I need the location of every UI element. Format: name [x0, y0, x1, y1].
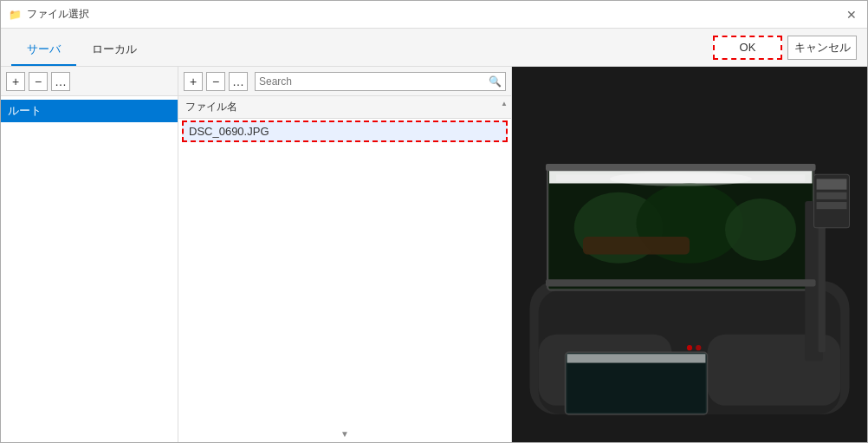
middle-remove-button[interactable]: − — [206, 72, 225, 91]
window-title: ファイル選択 — [27, 7, 89, 22]
svg-rect-25 — [817, 202, 847, 209]
titlebar-left: 📁 ファイル選択 — [8, 7, 89, 22]
svg-rect-15 — [567, 354, 706, 362]
tree-area: ルート — [1, 96, 178, 442]
svg-rect-21 — [546, 164, 816, 171]
svg-rect-20 — [546, 279, 816, 286]
file-list-header: ファイル名 ▲ — [178, 96, 511, 119]
left-panel: + − … ルート — [1, 67, 178, 442]
tab-local[interactable]: ローカル — [76, 36, 152, 66]
ok-button[interactable]: OK — [713, 36, 782, 60]
svg-point-26 — [610, 172, 752, 186]
file-select-dialog: 📁 ファイル選択 ✕ サーバ ローカル OK キャンセル + − … ルート — [0, 0, 868, 443]
middle-panel: + − … 🔍 ファイル名 ▲ DSC_0690.JPG ▼ — [178, 67, 512, 442]
middle-panel-toolbar: + − … 🔍 — [178, 67, 511, 96]
left-more-button[interactable]: … — [51, 72, 70, 91]
window-icon: 📁 — [8, 8, 22, 22]
tree-item-root[interactable]: ルート — [1, 100, 178, 122]
search-icon: 🔍 — [489, 75, 502, 88]
preview-image — [512, 67, 867, 442]
svg-rect-12 — [583, 237, 690, 255]
search-input[interactable] — [259, 75, 489, 88]
svg-point-19 — [696, 345, 701, 350]
left-remove-button[interactable]: − — [29, 72, 48, 91]
scroll-bottom-indicator: ▼ — [340, 429, 349, 439]
left-add-button[interactable]: + — [6, 72, 25, 91]
preview-panel — [512, 67, 867, 442]
titlebar: 📁 ファイル選択 ✕ — [1, 1, 867, 29]
cancel-button[interactable]: キャンセル — [787, 36, 857, 60]
svg-rect-17 — [819, 210, 826, 352]
svg-rect-23 — [817, 179, 847, 189]
svg-point-18 — [687, 345, 692, 350]
middle-add-button[interactable]: + — [184, 72, 203, 91]
dialog-buttons: OK キャンセル — [713, 36, 857, 60]
top-toolbar: サーバ ローカル OK キャンセル — [1, 29, 867, 67]
main-content: + − … ルート + − … 🔍 ファイル名 ▲ — [1, 67, 867, 442]
middle-more-button[interactable]: … — [229, 72, 248, 91]
svg-point-11 — [725, 199, 796, 261]
scroll-top-indicator: ▲ — [501, 100, 508, 107]
filename-column-header: ファイル名 — [185, 100, 237, 114]
file-list-area: DSC_0690.JPG ▼ — [178, 119, 511, 442]
tab-server[interactable]: サーバ — [11, 36, 76, 66]
search-box[interactable]: 🔍 — [255, 72, 506, 91]
svg-rect-24 — [817, 192, 847, 199]
tab-bar: サーバ ローカル — [11, 29, 152, 66]
left-panel-toolbar: + − … — [1, 67, 178, 96]
file-item[interactable]: DSC_0690.JPG — [182, 121, 508, 142]
close-button[interactable]: ✕ — [843, 6, 860, 23]
